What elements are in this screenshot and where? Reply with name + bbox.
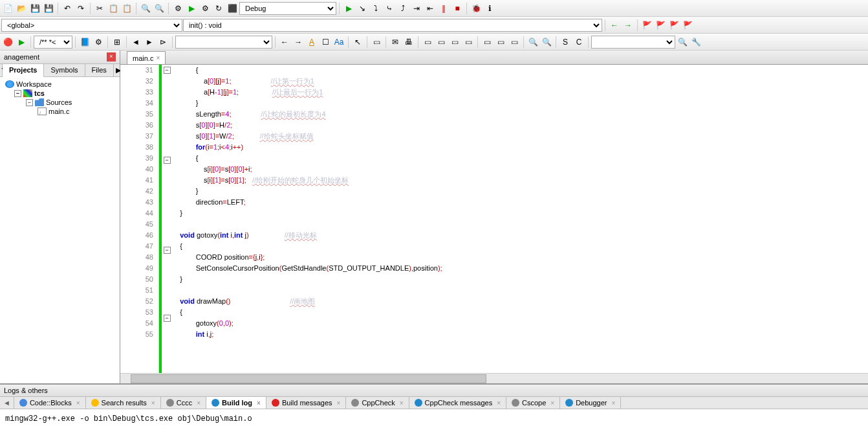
block3-icon[interactable]: ▭ [508,36,521,49]
bookmark-toggle-icon[interactable]: 🚩 [640,19,653,32]
last-icon[interactable]: ⊳ [157,36,169,49]
management-close-icon[interactable]: × [107,52,116,62]
tree-file-mainc[interactable]: main.c [3,107,117,116]
save-icon[interactable]: 💾 [28,2,41,15]
search-combo[interactable] [175,36,272,49]
tab-projects[interactable]: Projects [3,64,44,77]
bookmark-clear-icon[interactable]: 🚩 [681,19,694,32]
bookmark-next-icon[interactable]: 🚩 [667,19,680,32]
fold-toggle-icon[interactable]: − [164,157,171,164]
code-content[interactable]: { a[0][j]=1; //让第一行为1 a[H-1][j]=1; //让最后… [172,65,868,373]
fortran-icon[interactable]: ⊞ [111,36,124,49]
log-tab-code-blocks[interactable]: Code::Blocks× [14,397,86,409]
jump-back-icon[interactable]: ← [608,19,621,32]
tree-workspace[interactable]: Workspace [3,80,117,89]
select-icon[interactable]: ☐ [319,36,332,49]
log-tab-search-results[interactable]: Search results× [86,397,161,409]
arrow-right-icon[interactable]: → [292,36,305,49]
build-log-content[interactable]: mingw32-g++.exe -o bin\Debug\tcs.exe obj… [0,409,868,428]
logs-tab-prev-icon[interactable]: ◄ [0,397,14,409]
rect-icon[interactable]: ▭ [370,36,383,49]
build-target-combo[interactable]: Debug [239,2,336,15]
wrench-icon[interactable]: 🔧 [689,36,702,49]
scope-combo[interactable]: <global> [1,19,182,32]
extra-combo[interactable] [591,36,675,49]
function-combo[interactable]: init() : void [183,19,602,32]
zoom-in-icon[interactable]: 🔍 [526,36,539,49]
editor-tab-mainc[interactable]: main.c × [127,51,166,64]
comment-combo[interactable]: /** *< [34,36,72,49]
settings-icon[interactable]: ⚙ [92,36,105,49]
s-icon[interactable]: S [559,36,572,49]
break-icon[interactable]: ‖ [437,2,450,15]
mail-icon[interactable]: ✉ [389,36,402,49]
debug-start-icon[interactable]: ▶ [342,2,355,15]
stop-icon[interactable]: ■ [451,2,464,15]
log-tab-close-icon[interactable]: × [257,400,261,407]
log-tab-close-icon[interactable]: × [497,400,501,407]
find-icon[interactable]: 🔍 [139,2,152,15]
tab-files[interactable]: Files [85,64,114,76]
log-tab-cscope[interactable]: Cscope× [506,397,560,409]
layout1-icon[interactable]: ▭ [421,36,434,49]
doxygen-icon[interactable]: 📘 [78,36,91,49]
bookmark-prev-icon[interactable]: 🚩 [654,19,667,32]
zoom-out-icon[interactable]: 🔍 [540,36,553,49]
prev-icon[interactable]: ◄ [129,36,142,49]
run-to-cursor-icon[interactable]: ↘ [356,2,369,15]
open-icon[interactable]: 📂 [15,2,28,15]
jump-fwd-icon[interactable]: → [622,19,635,32]
expand-icon[interactable]: − [14,90,21,97]
run-icon2[interactable]: ▶ [15,36,28,49]
log-tab-close-icon[interactable]: × [76,400,80,407]
breakpoint-icon[interactable]: 🔴 [1,36,14,49]
print-icon[interactable]: 🖶 [402,36,415,49]
log-tab-cppcheck-messages[interactable]: CppCheck messages× [409,397,506,409]
log-tab-close-icon[interactable]: × [550,400,554,407]
layout2-icon[interactable]: ▭ [435,36,448,49]
log-tab-cppcheck[interactable]: CppCheck× [346,397,409,409]
log-tab-debugger[interactable]: Debugger× [560,397,621,409]
build-run-icon[interactable]: ⚙ [199,2,212,15]
scrollbar-thumb[interactable] [131,374,486,383]
build-icon[interactable]: ⚙ [171,2,184,15]
block1-icon[interactable]: ▭ [481,36,494,49]
cut-icon[interactable]: ✂ [93,2,106,15]
block2-icon[interactable]: ▭ [494,36,507,49]
log-tab-close-icon[interactable]: × [400,400,404,407]
step-out-icon[interactable]: ⤴ [396,2,409,15]
log-tab-close-icon[interactable]: × [197,400,201,407]
fold-toggle-icon[interactable]: − [164,67,171,74]
next-line-icon[interactable]: ⤵ [369,2,382,15]
step-instr-icon[interactable]: ⇤ [424,2,437,15]
log-tab-close-icon[interactable]: × [337,400,341,407]
code-editor[interactable]: 3132333435363738394041424344454647484950… [120,65,868,373]
log-tab-close-icon[interactable]: × [611,400,615,407]
run-icon[interactable]: ▶ [185,2,198,15]
arrow-left-icon[interactable]: ← [278,36,291,49]
undo-icon[interactable]: ↶ [61,2,74,15]
rebuild-icon[interactable]: ↻ [212,2,225,15]
matchcase-icon[interactable]: Aa [332,36,345,49]
debug-windows-icon[interactable]: 🐞 [470,2,483,15]
info-icon[interactable]: ℹ [483,2,496,15]
log-tab-build-log[interactable]: Build log× [206,397,266,409]
abort-icon[interactable]: ⬛ [226,2,239,15]
tab-close-icon[interactable]: × [156,54,160,62]
paste-icon[interactable]: 📋 [120,2,133,15]
log-tab-close-icon[interactable]: × [151,400,155,407]
search2-icon[interactable]: 🔍 [676,36,689,49]
horizontal-scrollbar[interactable] [120,373,868,383]
next-instr-icon[interactable]: ⇥ [410,2,423,15]
new-file-icon[interactable]: 📄 [1,2,14,15]
save-all-icon[interactable]: 💾 [42,2,55,15]
c-icon[interactable]: C [572,36,585,49]
log-tab-cccc[interactable]: Cccc× [161,397,206,409]
copy-icon[interactable]: 📋 [107,2,120,15]
highlight-icon[interactable]: A [305,36,318,49]
expand-icon[interactable]: − [26,99,33,106]
tree-folder-sources[interactable]: − Sources [3,98,117,107]
layout4-icon[interactable]: ▭ [462,36,475,49]
fold-toggle-icon[interactable]: − [164,315,171,322]
tree-project[interactable]: − tcs [3,89,117,98]
